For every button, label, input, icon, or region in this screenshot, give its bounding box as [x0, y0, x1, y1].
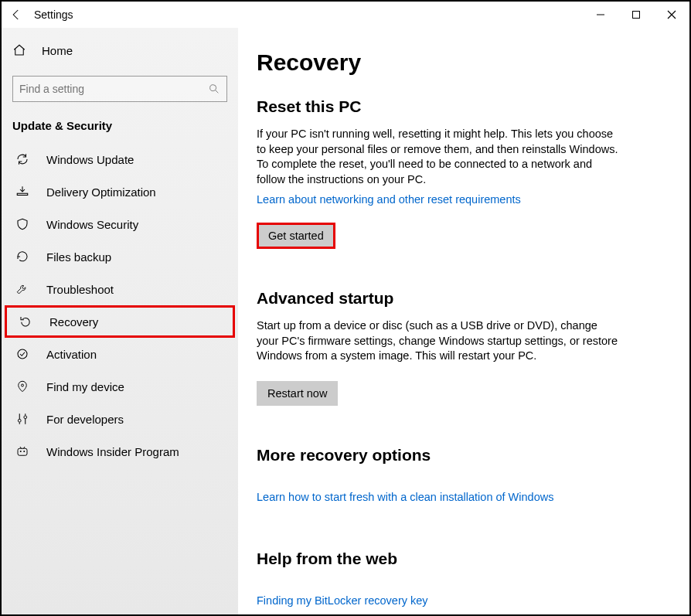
- help-link-bitlocker[interactable]: Finding my BitLocker recovery key: [257, 594, 662, 607]
- home-icon: [12, 43, 26, 57]
- get-started-button[interactable]: Get started: [257, 223, 335, 249]
- window-title: Settings: [34, 9, 73, 21]
- page-title: Recovery: [257, 49, 662, 76]
- search-icon: [208, 83, 220, 95]
- titlebar: Settings: [2, 2, 689, 28]
- more-options-heading: More recovery options: [257, 446, 662, 465]
- maximize-button[interactable]: [618, 2, 654, 28]
- svg-point-2: [210, 85, 216, 91]
- delivery-icon: [15, 185, 29, 199]
- sidebar-item-files-backup[interactable]: Files backup: [2, 240, 238, 273]
- restart-now-button[interactable]: Restart now: [257, 381, 338, 406]
- sidebar-item-troubleshoot[interactable]: Troubleshoot: [2, 273, 238, 305]
- close-button[interactable]: [654, 2, 689, 28]
- sidebar-item-label: Recovery: [49, 315, 98, 328]
- help-heading: Help from the web: [257, 550, 662, 568]
- svg-rect-1: [633, 12, 640, 19]
- fresh-install-link[interactable]: Learn how to start fresh with a clean in…: [257, 491, 553, 503]
- home-label: Home: [42, 44, 73, 57]
- reset-heading: Reset this PC: [257, 97, 662, 116]
- sidebar-item-recovery[interactable]: Recovery: [5, 305, 235, 338]
- sidebar-item-windows-security[interactable]: Windows Security: [2, 208, 238, 240]
- location-icon: [15, 379, 29, 393]
- sidebar-item-activation[interactable]: Activation: [2, 338, 238, 370]
- reset-learn-link[interactable]: Learn about networking and other reset r…: [257, 193, 521, 206]
- minimize-button[interactable]: [583, 2, 618, 28]
- reset-description: If your PC isn't running well, resetting…: [257, 127, 620, 187]
- sidebar-item-windows-update[interactable]: Windows Update: [2, 143, 238, 175]
- svg-line-3: [216, 90, 218, 93]
- sidebar-item-for-developers[interactable]: For developers: [2, 403, 238, 435]
- wrench-icon: [15, 282, 29, 296]
- svg-rect-9: [18, 448, 27, 455]
- sidebar-item-label: Windows Insider Program: [46, 445, 179, 458]
- sidebar-item-label: Files backup: [46, 250, 111, 264]
- svg-point-11: [23, 451, 25, 452]
- svg-point-7: [18, 419, 21, 422]
- sidebar: Home Update & Security Windows Update De…: [2, 28, 238, 614]
- sidebar-item-label: Find my device: [46, 380, 124, 393]
- svg-point-8: [24, 416, 27, 419]
- sidebar-item-label: Activation: [46, 348, 97, 361]
- svg-point-6: [22, 384, 24, 386]
- svg-point-5: [18, 349, 27, 359]
- check-circle-icon: [15, 347, 29, 361]
- sidebar-section-title: Update & Security: [2, 116, 238, 143]
- sidebar-item-label: For developers: [46, 413, 124, 426]
- sidebar-item-windows-insider[interactable]: Windows Insider Program: [2, 435, 238, 468]
- content-pane: Recovery Reset this PC If your PC isn't …: [238, 28, 689, 614]
- search-box[interactable]: [12, 76, 227, 102]
- sidebar-item-label: Delivery Optimization: [46, 185, 156, 199]
- sidebar-item-label: Troubleshoot: [46, 283, 114, 296]
- shield-icon: [15, 217, 29, 231]
- back-button[interactable]: [9, 8, 23, 22]
- sidebar-item-find-my-device[interactable]: Find my device: [2, 370, 238, 403]
- svg-point-10: [20, 451, 22, 452]
- sidebar-item-label: Windows Security: [46, 218, 138, 231]
- recovery-icon: [19, 315, 32, 328]
- svg-rect-4: [17, 193, 28, 195]
- advanced-heading: Advanced startup: [257, 289, 662, 308]
- sidebar-item-delivery-optimization[interactable]: Delivery Optimization: [2, 175, 238, 208]
- sync-icon: [15, 152, 29, 166]
- advanced-description: Start up from a device or disc (such as …: [257, 318, 620, 364]
- sidebar-item-label: Windows Update: [46, 153, 134, 166]
- tools-icon: [15, 412, 29, 426]
- search-input[interactable]: [19, 83, 208, 95]
- backup-icon: [15, 250, 29, 264]
- insider-icon: [15, 444, 29, 458]
- home-nav[interactable]: Home: [2, 36, 238, 65]
